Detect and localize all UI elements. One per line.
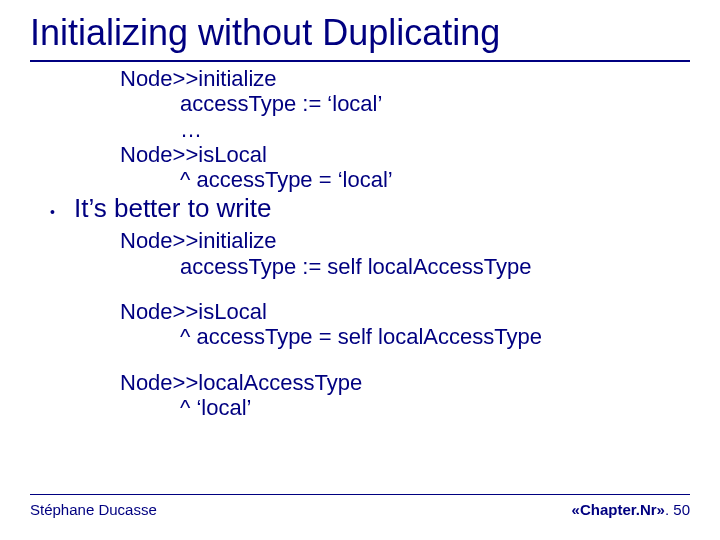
footer-row: Stéphane Ducasse «Chapter.Nr». 50 bbox=[30, 501, 690, 518]
bullet-item: • It’s better to write bbox=[50, 194, 690, 224]
footer-author: Stéphane Ducasse bbox=[30, 501, 157, 518]
code-line: Node>>isLocal bbox=[120, 142, 690, 167]
code-block-2: Node>>initialize accessType := self loca… bbox=[50, 228, 690, 420]
bullet-text: It’s better to write bbox=[74, 194, 272, 224]
code-line: … bbox=[120, 117, 690, 142]
code-line: ^ accessType = ‘local’ bbox=[120, 167, 690, 192]
spacer bbox=[120, 350, 690, 370]
code-block-1: Node>>initialize accessType := ‘local’ …… bbox=[50, 66, 690, 192]
spacer bbox=[120, 279, 690, 299]
code-line: Node>>initialize bbox=[120, 66, 690, 91]
code-line: Node>>initialize bbox=[120, 228, 690, 253]
footer-divider bbox=[30, 494, 690, 495]
footer-page: «Chapter.Nr». 50 bbox=[572, 501, 690, 518]
slide: Initializing without Duplicating Node>>i… bbox=[0, 0, 720, 540]
code-line: ^ accessType = self localAccessType bbox=[120, 324, 690, 349]
footer-chapter: «Chapter.Nr» bbox=[572, 501, 665, 518]
slide-content: Node>>initialize accessType := ‘local’ …… bbox=[0, 62, 720, 420]
code-line: accessType := ‘local’ bbox=[120, 91, 690, 116]
code-line: accessType := self localAccessType bbox=[120, 254, 690, 279]
code-line: Node>>isLocal bbox=[120, 299, 690, 324]
footer: Stéphane Ducasse «Chapter.Nr». 50 bbox=[30, 494, 690, 518]
bullet-marker: • bbox=[50, 198, 74, 220]
footer-page-suffix: . 50 bbox=[665, 501, 690, 518]
code-line: Node>>localAccessType bbox=[120, 370, 690, 395]
slide-title: Initializing without Duplicating bbox=[0, 0, 720, 60]
code-line: ^ ‘local’ bbox=[120, 395, 690, 420]
